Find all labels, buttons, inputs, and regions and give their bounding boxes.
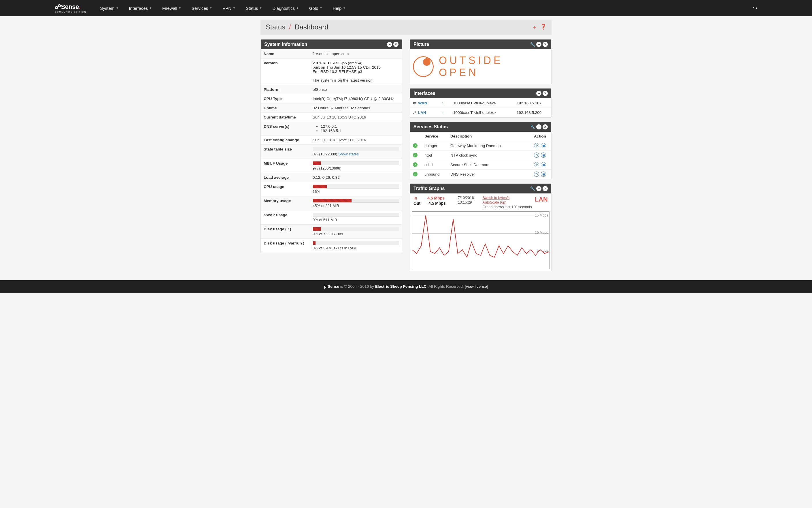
- cpu-bar: [313, 185, 327, 188]
- traffic-graphs-panel: Traffic Graphs 🔧 − × In 4.5 Mbps Out 4.5…: [410, 183, 551, 271]
- help-icon[interactable]: ❓: [540, 24, 546, 31]
- nav-interfaces[interactable]: Interfaces▼: [124, 6, 157, 11]
- outside-open-logo-icon: [413, 56, 434, 77]
- check-icon: ✓: [413, 153, 417, 158]
- check-icon: ✓: [413, 162, 417, 167]
- service-row: ✓ unbound DNS Resolver ↻◼: [410, 170, 551, 179]
- disk2-bar: [313, 241, 316, 245]
- nav-help[interactable]: Help▼: [327, 6, 351, 11]
- page-header: Status / Dashboard ＋ ❓: [261, 19, 551, 35]
- sitemap-icon: ⇄: [413, 111, 416, 115]
- interfaces-panel: Interfaces − × ⇄WAN ↑ 1000baseT <full-du…: [410, 88, 551, 118]
- mbuf-bar: [313, 162, 321, 165]
- hostname: fire.outsideopen.com: [310, 49, 402, 58]
- interface-row: ⇄WAN ↑ 1000baseT <full-duplex> 192.168.5…: [410, 98, 551, 108]
- service-row: ✓ dpinger Gateway Monitoring Daemon ↻◼: [410, 141, 551, 151]
- wrench-icon[interactable]: 🔧: [530, 124, 535, 129]
- system-information-panel: System Information − × Namefire.outsideo…: [261, 39, 402, 253]
- nav-vpn[interactable]: VPN▼: [217, 6, 240, 11]
- nav-diagnostics[interactable]: Diagnostics▼: [267, 6, 304, 11]
- sitemap-icon: ⇄: [413, 101, 416, 105]
- restart-icon[interactable]: ↻: [534, 143, 539, 148]
- stop-icon[interactable]: ◼: [541, 172, 546, 177]
- minimize-icon[interactable]: −: [387, 42, 392, 47]
- switch-bytes-link[interactable]: Switch to bytes/s: [483, 196, 532, 200]
- interface-link-lan[interactable]: LAN: [418, 111, 426, 115]
- traffic-timestamp: 7/10/2016 13:15:29: [458, 196, 474, 209]
- minimize-icon[interactable]: −: [536, 42, 541, 47]
- panel-title: System Information: [264, 42, 387, 47]
- stop-icon[interactable]: ◼: [541, 143, 546, 148]
- wrench-icon[interactable]: 🔧: [530, 186, 535, 191]
- view-license-link[interactable]: view license: [466, 284, 487, 289]
- minimize-icon[interactable]: −: [536, 124, 541, 129]
- close-icon[interactable]: ×: [543, 186, 548, 191]
- minimize-icon[interactable]: −: [536, 91, 541, 96]
- interface-row: ⇄LAN ↑ 1000baseT <full-duplex> 192.168.5…: [410, 108, 551, 117]
- service-row: ✓ sshd Secure Shell Daemon ↻◼: [410, 160, 551, 170]
- nav-services[interactable]: Services▼: [186, 6, 217, 11]
- service-row: ✓ ntpd NTP clock sync ↻◼: [410, 151, 551, 160]
- footer: pfSense is © 2004 - 2016 by Electric She…: [0, 280, 812, 293]
- traffic-interface-label: LAN: [535, 196, 548, 203]
- nav-firewall[interactable]: Firewall▼: [157, 6, 186, 11]
- nav-menu: System▼ Interfaces▼ Firewall▼ Services▼ …: [95, 6, 753, 11]
- autoscale-link[interactable]: AutoScale (up): [483, 200, 532, 204]
- traffic-chart: 15 Mbps 10 Mbps 5 Mbps: [412, 211, 549, 269]
- version-info: 2.3.1-RELEASE-p5 (amd64) built on Thu Ju…: [310, 58, 402, 85]
- restart-icon[interactable]: ↻: [534, 172, 539, 177]
- show-states-link[interactable]: Show states: [338, 152, 359, 156]
- brand[interactable]: ☍Sense. COMMUNITY EDITION: [55, 3, 86, 13]
- restart-icon[interactable]: ↻: [534, 162, 539, 167]
- close-icon[interactable]: ×: [393, 42, 399, 47]
- wrench-icon[interactable]: 🔧: [530, 42, 535, 47]
- stop-icon[interactable]: ◼: [541, 162, 546, 167]
- logout-icon[interactable]: ↪: [753, 5, 806, 11]
- nav-status[interactable]: Status▼: [240, 6, 267, 11]
- disk1-bar: [313, 227, 321, 230]
- nav-system[interactable]: System▼: [95, 6, 124, 11]
- close-icon[interactable]: ×: [543, 91, 548, 96]
- breadcrumb-parent[interactable]: Status: [266, 23, 285, 31]
- check-icon: ✓: [413, 143, 417, 148]
- up-arrow-icon: ↑: [442, 101, 444, 105]
- close-icon[interactable]: ×: [543, 42, 548, 47]
- restart-icon[interactable]: ↻: [534, 153, 539, 158]
- up-arrow-icon: ↑: [442, 111, 444, 115]
- navbar: ☍Sense. COMMUNITY EDITION System▼ Interf…: [0, 0, 812, 16]
- add-widget-icon[interactable]: ＋: [532, 24, 537, 31]
- interface-link-wan[interactable]: WAN: [418, 101, 427, 105]
- traffic-legend: In 4.5 Mbps Out 4.5 Mbps: [413, 196, 446, 209]
- stop-icon[interactable]: ◼: [541, 153, 546, 158]
- picture-body: OUTSIDE OPEN: [410, 49, 551, 84]
- minimize-icon[interactable]: −: [536, 186, 541, 191]
- nav-gold[interactable]: Gold▼: [304, 6, 328, 11]
- check-icon: ✓: [413, 172, 417, 176]
- picture-panel: Picture 🔧 − × OUTSIDE OPEN: [410, 39, 551, 84]
- mem-bar: [313, 199, 352, 202]
- services-panel: Services Status 🔧 − × Service Descriptio…: [410, 122, 551, 179]
- page-title: Dashboard: [295, 23, 328, 31]
- close-icon[interactable]: ×: [543, 124, 548, 129]
